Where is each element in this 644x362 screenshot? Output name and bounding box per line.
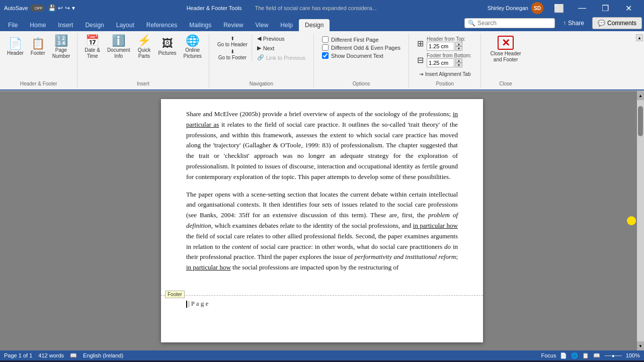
tab-layout[interactable]: Layout bbox=[110, 19, 140, 31]
layout-icon-outline[interactable]: 📋 bbox=[582, 352, 589, 359]
tab-design-hf[interactable]: Design bbox=[299, 19, 330, 31]
align-tab-icon: ⇥ bbox=[419, 71, 423, 77]
autosave-state: OFF bbox=[35, 6, 43, 11]
page-bottom-spacing bbox=[161, 312, 483, 332]
doc-info-label: DocumentInfo bbox=[107, 47, 130, 59]
footer-icon: 📋 bbox=[31, 38, 45, 49]
diff-odd-even-label: Different Odd & Even Pages bbox=[331, 45, 400, 51]
layout-icon-print[interactable]: 📄 bbox=[560, 352, 567, 359]
header-from-top-input[interactable] bbox=[427, 42, 454, 51]
scroll-thumb[interactable] bbox=[638, 106, 643, 136]
tab-home[interactable]: Home bbox=[24, 19, 52, 31]
focus-label[interactable]: Focus bbox=[541, 352, 556, 358]
ribbon: File Home Insert Design Layout Reference… bbox=[0, 16, 644, 91]
footer-button[interactable]: 📋 Footer bbox=[28, 34, 48, 60]
layout-icon-web[interactable]: 🌐 bbox=[571, 352, 578, 359]
search-icon: 🔍 bbox=[468, 20, 475, 27]
pictures-button[interactable]: 🖼 Pictures bbox=[155, 34, 179, 60]
goto-group: ⬆ Go to Header ⬇ Go to Footer bbox=[213, 34, 252, 61]
diff-odd-even-checkbox[interactable] bbox=[322, 44, 329, 51]
footer-spin-down[interactable]: ▼ bbox=[455, 63, 462, 67]
user-info: Shirley Donegan SD bbox=[488, 2, 543, 14]
header-spin-up[interactable]: ▲ bbox=[455, 42, 462, 46]
doc-info-button[interactable]: ℹ️ DocumentInfo bbox=[104, 34, 133, 60]
footer-position-inputs: Footer from Bottom: ▲ ▼ bbox=[427, 53, 471, 67]
online-pictures-button[interactable]: 🌐 OnlinePictures bbox=[181, 34, 205, 60]
goto-header-button[interactable]: ⬆ Go to Header bbox=[215, 35, 250, 47]
footer-from-bottom-input[interactable] bbox=[427, 58, 454, 67]
search-input[interactable] bbox=[477, 20, 551, 27]
spell-check-icon: 📖 bbox=[70, 352, 77, 359]
tab-mailings[interactable]: Mailings bbox=[183, 19, 217, 31]
header-spin-down[interactable]: ▼ bbox=[455, 46, 462, 51]
quick-parts-button[interactable]: ⚡ QuickParts bbox=[134, 34, 154, 60]
comments-button[interactable]: 💬 Comments bbox=[592, 17, 642, 29]
goto-footer-button[interactable]: ⬇ Go to Footer bbox=[216, 48, 249, 60]
window-controls: ⬜ — ❐ ✕ bbox=[547, 0, 640, 16]
diff-first-page-option[interactable]: Different First Page bbox=[322, 36, 400, 43]
tab-design[interactable]: Design bbox=[79, 19, 110, 31]
redo-button[interactable]: ↪ bbox=[65, 5, 70, 12]
close-hf-icon: ✕ bbox=[498, 36, 514, 50]
italic-2: content bbox=[232, 243, 251, 250]
previous-button[interactable]: ◀ Previous bbox=[255, 34, 307, 43]
diff-odd-even-option[interactable]: Different Odd & Even Pages bbox=[322, 44, 400, 51]
goto-header-label: Go to Header bbox=[217, 42, 248, 47]
paragraph-1: Share and McElvee (2005b) provide a brie… bbox=[186, 109, 458, 183]
tab-review[interactable]: Review bbox=[217, 19, 249, 31]
comments-icon: 💬 bbox=[598, 20, 605, 27]
share-button[interactable]: ↑ Share bbox=[558, 18, 589, 29]
hf-group-label: Header & Footer bbox=[20, 80, 57, 86]
close-header-footer-button[interactable]: ✕ Close Headerand Footer bbox=[485, 34, 526, 64]
tab-insert[interactable]: Insert bbox=[52, 19, 79, 31]
show-doc-text-option[interactable]: Show Document Text bbox=[322, 52, 400, 59]
save-button[interactable]: 💾 bbox=[48, 5, 56, 12]
link-to-previous-button[interactable]: 🔗 Link to Previous bbox=[255, 53, 307, 62]
page-number-button[interactable]: 🔢 PageNumber bbox=[49, 34, 73, 60]
tab-view[interactable]: View bbox=[250, 19, 275, 31]
ribbon-scroll-up: ▲ bbox=[636, 33, 644, 87]
scrollbar[interactable]: ▲ ▼ bbox=[637, 91, 644, 350]
footer-section: Footer | P a g e bbox=[161, 295, 483, 312]
search-box[interactable]: 🔍 bbox=[464, 18, 555, 28]
pictures-label: Pictures bbox=[158, 50, 176, 56]
footer-text[interactable]: | P a g e bbox=[186, 300, 458, 308]
restore-button[interactable]: ❐ bbox=[594, 0, 617, 16]
insert-align-tab-button[interactable]: ⇥ Insert Alignment Tab bbox=[417, 70, 472, 78]
share-icon: ↑ bbox=[563, 20, 566, 27]
autosave-toggle[interactable]: OFF bbox=[30, 5, 44, 12]
tab-file[interactable]: File bbox=[2, 19, 24, 31]
previous-label: Previous bbox=[263, 36, 285, 42]
footer-spin-up[interactable]: ▲ bbox=[455, 58, 462, 63]
date-time-button[interactable]: 📅 Date &Time bbox=[82, 34, 103, 60]
ribbon-collapse-button[interactable]: ▲ bbox=[636, 34, 643, 41]
next-button[interactable]: ▶ Next bbox=[255, 44, 307, 52]
language: English (Ireland) bbox=[83, 352, 123, 358]
scroll-up-arrow[interactable]: ▲ bbox=[637, 91, 644, 100]
nav-prev-next: ◀ Previous ▶ Next 🔗 Link to Previous bbox=[253, 34, 309, 62]
online-pictures-label: OnlinePictures bbox=[184, 47, 202, 59]
minimize-button[interactable]: — bbox=[571, 0, 594, 16]
goto-footer-label: Go to Footer bbox=[218, 55, 247, 60]
footer-spinners: ▲ ▼ bbox=[455, 58, 462, 67]
undo-button[interactable]: ↩ bbox=[58, 5, 63, 12]
tab-references[interactable]: References bbox=[140, 19, 183, 31]
ribbon-collapse-button[interactable]: ⬜ bbox=[547, 0, 571, 16]
header-footer-tools-tab[interactable]: Header & Footer Tools bbox=[181, 3, 248, 13]
zoom-slider[interactable]: ──●── bbox=[604, 353, 621, 358]
layout-icon-read[interactable]: 📖 bbox=[593, 352, 600, 359]
tab-help[interactable]: Help bbox=[274, 19, 299, 31]
show-doc-text-checkbox[interactable] bbox=[322, 52, 329, 59]
header-label: Header bbox=[7, 50, 24, 56]
header-position-inputs: Header from Top: ▲ ▼ bbox=[427, 36, 465, 51]
online-pictures-icon: 🌐 bbox=[186, 35, 199, 46]
italic-4: performativity and institutional reform bbox=[355, 253, 456, 260]
italic-3: do bbox=[444, 243, 451, 250]
autosave-area: AutoSave OFF bbox=[4, 5, 44, 12]
quick-parts-icon: ⚡ bbox=[137, 35, 151, 46]
title-bar-left: AutoSave OFF 💾 ↩ ↪ ▾ bbox=[4, 5, 75, 12]
diff-first-page-checkbox[interactable] bbox=[322, 36, 329, 43]
scroll-down-arrow[interactable]: ▼ bbox=[637, 341, 644, 350]
close-button[interactable]: ✕ bbox=[617, 0, 640, 16]
header-button[interactable]: 📄 Header bbox=[4, 34, 27, 60]
